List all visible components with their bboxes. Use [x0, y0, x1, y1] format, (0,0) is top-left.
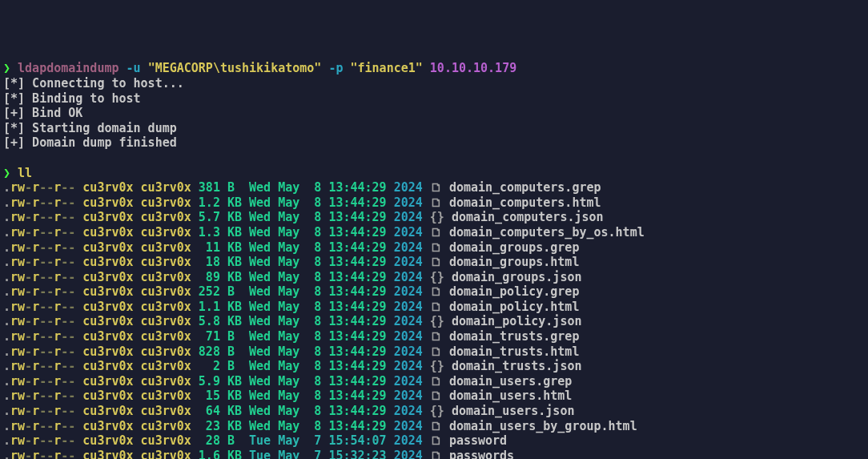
file-row: .rw-r--r-- cu3rv0x cu3rv0x 1.2 KB Wed Ma… — [3, 195, 865, 211]
file-owner: cu3rv0x — [82, 344, 133, 359]
file-month: May — [278, 433, 299, 448]
file-group: cu3rv0x — [141, 284, 191, 299]
file-weekday: Tue — [249, 433, 271, 448]
file-day: 8 — [307, 389, 321, 403]
file-owner: cu3rv0x — [82, 419, 133, 433]
file-size: 828 — [199, 344, 220, 359]
command-name: ldapdomaindump — [18, 61, 119, 75]
file-year: 2024 — [394, 300, 423, 314]
file-weekday: Wed — [249, 240, 271, 255]
file-time: 13:44:29 — [328, 344, 386, 359]
file-size: 1.1 — [199, 300, 220, 314]
file-weekday: Wed — [249, 329, 271, 344]
file-year: 2024 — [394, 433, 423, 448]
file-month: May — [278, 419, 299, 433]
file-month: May — [278, 210, 299, 224]
file-row: .rw-r--r-- cu3rv0x cu3rv0x 23 KB Wed May… — [3, 419, 865, 434]
file-owner: cu3rv0x — [82, 284, 133, 299]
file-month: May — [278, 374, 299, 389]
file-size: 1.3 — [199, 225, 220, 240]
file-unit: KB — [227, 255, 242, 269]
file-owner: cu3rv0x — [82, 240, 133, 255]
file-group: cu3rv0x — [141, 404, 191, 418]
file-name: domain_users.html — [449, 389, 573, 403]
file-weekday: Wed — [249, 210, 271, 224]
blank-line — [3, 151, 865, 166]
file-size: 23 — [199, 419, 220, 433]
file-time: 13:44:29 — [328, 195, 386, 210]
file-row: .rw-r--r-- cu3rv0x cu3rv0x 89 KB Wed May… — [3, 270, 865, 285]
file-size: 64 — [199, 404, 220, 418]
file-weekday: Wed — [249, 225, 271, 240]
file-day: 8 — [307, 344, 321, 359]
file-row: .rw-r--r-- cu3rv0x cu3rv0x 71 B Wed May … — [3, 329, 865, 344]
file-row: .rw-r--r-- cu3rv0x cu3rv0x 5.8 KB Wed Ma… — [3, 314, 865, 329]
file-day: 8 — [307, 419, 321, 433]
flag-pass: -p — [328, 61, 343, 75]
file-row: .rw-r--r-- cu3rv0x cu3rv0x 2 B Wed May 8… — [3, 359, 865, 374]
file-owner: cu3rv0x — [82, 210, 133, 224]
file-day: 8 — [307, 240, 321, 255]
file-group: cu3rv0x — [141, 344, 191, 359]
file-weekday: Wed — [249, 300, 271, 314]
file-type-icon: 🗋 — [430, 225, 442, 240]
file-owner: cu3rv0x — [82, 225, 133, 240]
file-time: 13:44:29 — [328, 314, 386, 328]
file-name: domain_computers.html — [449, 195, 601, 210]
file-month: May — [278, 359, 299, 373]
file-weekday: Wed — [249, 270, 271, 284]
file-owner: cu3rv0x — [82, 433, 133, 448]
file-owner: cu3rv0x — [82, 404, 133, 418]
file-owner: cu3rv0x — [82, 300, 133, 314]
file-day: 8 — [307, 404, 321, 418]
file-row: .rw-r--r-- cu3rv0x cu3rv0x 828 B Wed May… — [3, 344, 865, 360]
file-year: 2024 — [394, 389, 423, 403]
file-month: May — [278, 270, 299, 284]
file-unit: B — [227, 180, 242, 195]
file-year: 2024 — [394, 329, 423, 344]
file-group: cu3rv0x — [141, 255, 191, 269]
file-time: 13:44:29 — [328, 284, 386, 299]
file-month: May — [278, 449, 299, 459]
file-year: 2024 — [394, 449, 423, 459]
file-month: May — [278, 180, 299, 195]
file-listing: .rw-r--r-- cu3rv0x cu3rv0x 381 B Wed May… — [3, 180, 865, 459]
file-type-icon: 🗋 — [430, 255, 442, 269]
file-name: passwords — [449, 449, 514, 459]
file-day: 8 — [307, 180, 321, 195]
file-month: May — [278, 404, 299, 418]
file-type-icon: {} — [430, 359, 444, 373]
file-year: 2024 — [394, 180, 423, 195]
file-type-icon: 🗋 — [430, 344, 442, 359]
file-unit: KB — [227, 314, 242, 328]
file-group: cu3rv0x — [141, 329, 191, 344]
file-weekday: Wed — [249, 404, 271, 418]
command-name: ll — [18, 166, 32, 180]
file-day: 8 — [307, 270, 321, 284]
file-group: cu3rv0x — [141, 389, 191, 403]
file-group: cu3rv0x — [141, 419, 191, 433]
terminal-output[interactable]: ❯ ldapdomaindump -u "MEGACORP\tushikikat… — [3, 61, 865, 459]
file-size: 2 — [199, 359, 220, 373]
file-type-icon: 🗋 — [430, 389, 442, 403]
file-year: 2024 — [394, 195, 423, 210]
file-type-icon: 🗋 — [430, 240, 442, 255]
file-weekday: Tue — [249, 449, 271, 459]
file-time: 13:44:29 — [328, 255, 386, 269]
file-name: domain_trusts.json — [452, 359, 582, 373]
file-type-icon: {} — [430, 314, 444, 328]
file-type-icon: 🗋 — [430, 374, 442, 389]
file-weekday: Wed — [249, 344, 271, 359]
file-type-icon: 🗋 — [430, 433, 442, 448]
file-size: 71 — [199, 329, 220, 344]
file-day: 7 — [307, 433, 321, 448]
file-group: cu3rv0x — [141, 300, 191, 314]
file-type-icon: 🗋 — [430, 180, 442, 195]
file-size: 381 — [199, 180, 220, 195]
file-unit: KB — [227, 195, 242, 210]
arg-user: "MEGACORP\tushikikatomo" — [148, 61, 322, 75]
file-month: May — [278, 240, 299, 255]
file-row: .rw-r--r-- cu3rv0x cu3rv0x 5.9 KB Wed Ma… — [3, 374, 865, 389]
file-owner: cu3rv0x — [82, 449, 133, 459]
file-weekday: Wed — [249, 255, 271, 269]
